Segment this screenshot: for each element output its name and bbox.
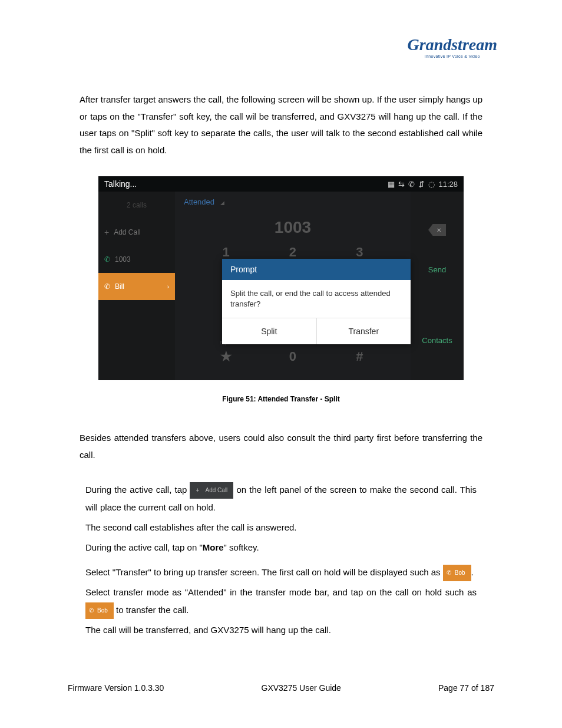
phone-icon: ✆: [89, 607, 94, 614]
phone-icon: ✆: [447, 569, 451, 576]
logo-tagline: Innovative IP Voice & Video: [408, 54, 497, 58]
bob-chip-2: ✆Bob: [85, 602, 114, 619]
instruction-4: Select "Transfer" to bring up transfer s…: [85, 564, 477, 581]
send-button[interactable]: Send: [428, 265, 446, 274]
key-3[interactable]: 3: [348, 245, 371, 260]
paragraph-2: Besides attended transfers above, users …: [80, 430, 482, 463]
status-icons: ▦ ⇆ ✆ ⇵ ◌ 11:28: [388, 180, 458, 189]
logo-text: Grandstream: [408, 35, 497, 54]
add-call-inline-button: + Add Call: [190, 482, 233, 499]
instruction-1: During the active call, tap + Add Call o…: [85, 481, 477, 516]
status-title: Talking...: [104, 179, 137, 189]
add-call-label: Add Call: [114, 228, 140, 236]
bob-chip-1: ✆Bob: [443, 565, 471, 581]
call-icon: ✆: [104, 255, 110, 263]
key-2[interactable]: 2: [281, 245, 305, 260]
sidebar-contact-bill[interactable]: ✆ Bill ›: [98, 273, 175, 300]
paragraph-1: After transfer target answers the call, …: [80, 91, 482, 159]
transfer-button[interactable]: Transfer: [317, 318, 411, 344]
page-footer: Firmware Version 1.0.3.30 GXV3275 User G…: [68, 683, 494, 693]
contacts-button[interactable]: Contacts: [422, 336, 452, 345]
split-button[interactable]: Split: [222, 318, 317, 344]
transfer-icon: ⇆: [398, 180, 405, 189]
instruction-5: Select transfer mode as "Attended" in th…: [85, 584, 477, 619]
prompt-dialog: Prompt Split the call, or end the call t…: [222, 259, 411, 344]
dropdown-icon: ◢: [220, 200, 224, 206]
phone-right-panel: ✕ Send Contacts: [411, 192, 464, 380]
call-icon: ✆: [104, 282, 110, 291]
plus-icon: +: [104, 228, 109, 237]
picture-icon: ▦: [388, 180, 395, 189]
dialed-number: 1003: [175, 212, 411, 243]
contact-bill-label: Bill: [115, 282, 124, 291]
dialog-title: Prompt: [222, 259, 411, 280]
key-star[interactable]: ★: [214, 349, 238, 364]
phone-sidebar: 2 calls + Add Call ✆ 1003 ✆ Bill ›: [98, 192, 175, 380]
plus-icon: +: [196, 487, 199, 493]
key-0[interactable]: 0: [281, 349, 305, 364]
instruction-3: During the active call, tap on "More" so…: [85, 539, 477, 556]
key-1[interactable]: 1: [214, 245, 238, 260]
contact-1003-label: 1003: [115, 255, 131, 263]
footer-title: GXV3275 User Guide: [262, 683, 341, 693]
brand-logo: Grandstream Innovative IP Voice & Video: [408, 35, 497, 58]
status-bar: Talking... ▦ ⇆ ✆ ⇵ ◌ 11:28: [98, 176, 464, 192]
chevron-right-icon: ›: [167, 284, 169, 290]
sync-icon: ◌: [428, 180, 435, 189]
sidebar-calls-count: 2 calls: [98, 192, 175, 219]
instruction-2: The second call establishes after the ca…: [85, 519, 477, 536]
footer-page: Page 77 of 187: [438, 683, 494, 693]
footer-firmware: Firmware Version 1.0.3.30: [68, 683, 164, 693]
sidebar-contact-1003[interactable]: ✆ 1003: [98, 246, 175, 273]
sidebar-add-call[interactable]: + Add Call: [98, 219, 175, 246]
keypad-row-bottom: ★ 0 #: [175, 347, 411, 366]
key-hash[interactable]: #: [348, 349, 371, 364]
attended-mode[interactable]: Attended ◢: [175, 192, 411, 212]
phone-icon: ✆: [408, 180, 415, 189]
figure-caption: Figure 51: Attended Transfer - Split: [80, 395, 482, 403]
backspace-icon[interactable]: ✕: [428, 224, 446, 236]
clock: 11:28: [438, 180, 458, 189]
network-icon: ⇵: [418, 180, 425, 189]
instruction-6: The call will be transferred, and GXV327…: [85, 621, 477, 639]
screenshot-figure: Talking... ▦ ⇆ ✆ ⇵ ◌ 11:28 2 calls + Add…: [98, 176, 464, 380]
dialog-body: Split the call, or end the call to acces…: [222, 280, 411, 318]
